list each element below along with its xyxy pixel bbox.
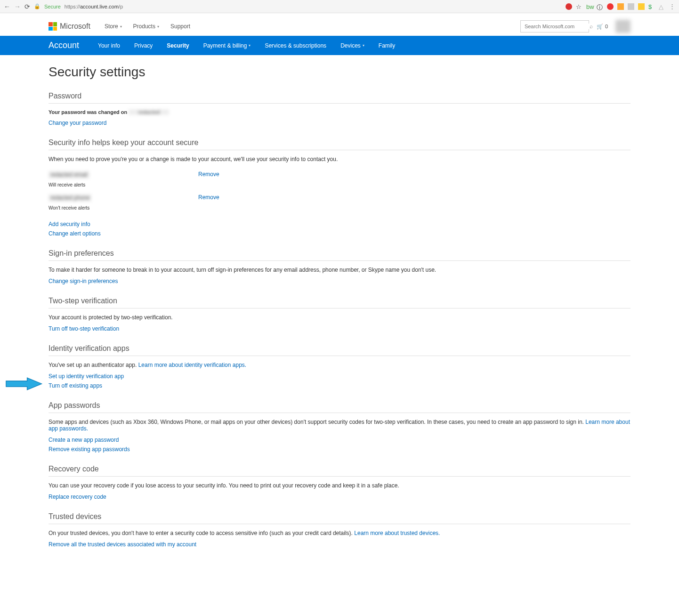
- search-input[interactable]: [525, 24, 590, 29]
- info-icon[interactable]: ⓘ: [597, 3, 603, 10]
- section-identity-apps-heading: Identity verification apps: [48, 344, 630, 356]
- page-content: Security settings Password Your password…: [0, 55, 679, 569]
- cart-button[interactable]: 🛒 0: [597, 24, 608, 30]
- nav-products[interactable]: Products▾: [133, 23, 159, 30]
- svg-marker-0: [6, 378, 42, 390]
- setup-identity-app-link[interactable]: Set up identity verification app: [48, 373, 630, 380]
- nav-store[interactable]: Store▾: [105, 23, 122, 30]
- security-info-item: redacted email Remove: [48, 171, 630, 180]
- microsoft-logo[interactable]: Microsoft: [48, 22, 90, 31]
- page-title: Security settings: [48, 65, 630, 80]
- annotation-arrow-icon: [3, 377, 43, 391]
- subnav-services[interactable]: Services & subscriptions: [265, 42, 326, 49]
- extension-icon[interactable]: $: [648, 3, 655, 10]
- twostep-description: Your account is protected by two-step ve…: [48, 314, 630, 321]
- learn-trusted-devices-link[interactable]: Learn more about trusted devices.: [354, 530, 440, 536]
- subnav-family[interactable]: Family: [379, 42, 395, 49]
- replace-recovery-code-link[interactable]: Replace recovery code: [48, 494, 630, 500]
- subnav-payment[interactable]: Payment & billing▾: [203, 42, 251, 49]
- menu-icon[interactable]: ⋮: [669, 3, 675, 10]
- cart-icon: 🛒: [597, 24, 603, 30]
- turn-off-twostep-link[interactable]: Turn off two-step verification: [48, 325, 630, 332]
- star-icon[interactable]: ☆: [576, 3, 582, 10]
- extension-icon[interactable]: bw: [586, 3, 593, 10]
- avatar[interactable]: [615, 20, 630, 33]
- nav-support[interactable]: Support: [170, 23, 190, 30]
- chevron-down-icon: ▾: [120, 24, 122, 29]
- chevron-down-icon: ▾: [363, 43, 364, 48]
- section-recovery-heading: Recovery code: [48, 465, 630, 477]
- app-passwords-description: Some apps and devices (such as Xbox 360,…: [48, 419, 630, 432]
- browser-address-bar: ← → ⟳ 🔒 Secure https://account.live.com/…: [0, 0, 679, 13]
- secure-label: Secure: [44, 4, 61, 9]
- chevron-down-icon: ▾: [157, 24, 159, 29]
- ms-grid-icon: [48, 22, 57, 31]
- learn-identity-apps-link[interactable]: Learn more about identity verification a…: [138, 362, 246, 368]
- extension-icon[interactable]: [638, 3, 645, 10]
- security-info-sub: Will receive alerts: [48, 182, 630, 187]
- remove-app-passwords-link[interactable]: Remove existing app passwords: [48, 446, 630, 453]
- remove-link[interactable]: Remove: [198, 171, 219, 178]
- recovery-description: You can use your recovery code if you lo…: [48, 482, 630, 489]
- turn-off-identity-apps-link[interactable]: Turn off existing apps: [48, 382, 630, 389]
- search-icon[interactable]: ⌕: [590, 23, 593, 30]
- security-info-sub: Won't receive alerts: [48, 205, 630, 211]
- section-signin-heading: Sign-in preferences: [48, 249, 630, 261]
- forward-icon[interactable]: →: [14, 3, 21, 10]
- subnav-your-info[interactable]: Your info: [98, 42, 120, 49]
- browser-toolbar-icons: ☆ bw ⓘ $ △ ⋮: [566, 3, 675, 10]
- identity-apps-description: You've set up an authenticator app. Lear…: [48, 362, 630, 368]
- search-box[interactable]: ⌕: [520, 20, 589, 32]
- change-password-link[interactable]: Change your password: [48, 120, 630, 126]
- security-info-item: redacted phone Remove: [48, 194, 630, 203]
- section-twostep-heading: Two-step verification: [48, 297, 630, 308]
- lock-icon: 🔒: [34, 3, 40, 9]
- password-changed-text: Your password was changed on redacted: [48, 109, 630, 115]
- create-app-password-link[interactable]: Create a new app password: [48, 437, 630, 443]
- remove-trusted-devices-link[interactable]: Remove all the trusted devices associate…: [48, 541, 630, 548]
- extension-icon[interactable]: [607, 3, 614, 10]
- change-signin-preferences-link[interactable]: Change sign-in preferences: [48, 278, 630, 284]
- section-security-info-heading: Security info helps keep your account se…: [48, 138, 630, 150]
- extension-icon[interactable]: △: [659, 3, 665, 10]
- change-alert-options-link[interactable]: Change alert options: [48, 230, 630, 237]
- account-title[interactable]: Account: [48, 41, 79, 50]
- extension-icon[interactable]: [617, 3, 624, 10]
- section-password-heading: Password: [48, 92, 630, 104]
- subnav-security[interactable]: Security: [167, 42, 189, 49]
- subnav-privacy[interactable]: Privacy: [134, 42, 153, 49]
- subnav-devices[interactable]: Devices▾: [340, 42, 364, 49]
- url-text[interactable]: https://account.live.com/p: [65, 4, 123, 9]
- add-security-info-link[interactable]: Add security info: [48, 221, 630, 227]
- remove-link[interactable]: Remove: [198, 194, 219, 201]
- section-app-passwords-heading: App passwords: [48, 401, 630, 413]
- chevron-down-icon: ▾: [249, 43, 251, 48]
- extension-icon[interactable]: [566, 3, 572, 10]
- back-icon[interactable]: ←: [4, 3, 10, 10]
- trusted-description: On your trusted devices, you don't have …: [48, 530, 630, 536]
- account-subnav: Account Your info Privacy Security Payme…: [0, 36, 679, 55]
- reload-icon[interactable]: ⟳: [24, 3, 30, 10]
- section-trusted-heading: Trusted devices: [48, 512, 630, 524]
- security-info-description: When you need to prove you're you or a c…: [48, 156, 630, 162]
- extension-icon[interactable]: [628, 3, 634, 10]
- top-nav: Microsoft Store▾ Products▾ Support ⌕ 🛒 0: [0, 13, 679, 36]
- signin-description: To make it harder for someone to break i…: [48, 267, 630, 273]
